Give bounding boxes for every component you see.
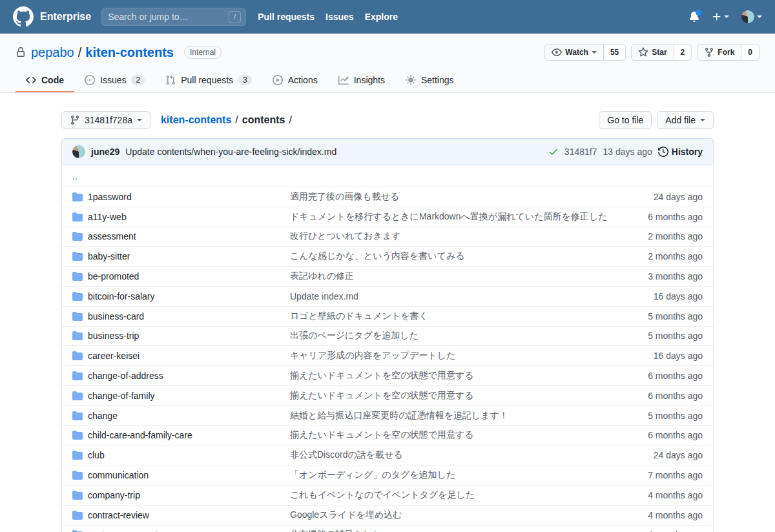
repo-name-link[interactable]: kiten-contents	[85, 45, 174, 60]
row-commit-time: 4 months ago	[619, 529, 703, 532]
table-row[interactable]: customer-support 共有機能の補足をした 4 months ago	[62, 526, 713, 532]
tab-actions[interactable]: Actions	[262, 68, 328, 92]
table-row[interactable]: company-trip これもイベントなのでイベントタグを足した 4 mont…	[62, 486, 713, 506]
repo-pagehead: pepabo / kiten-contents Internal Watch 5…	[0, 34, 775, 93]
parent-directory-row[interactable]: ..	[62, 165, 713, 187]
history-button[interactable]: History	[658, 147, 703, 157]
row-commit-message-link[interactable]: キャリア形成の内容をアップデートした	[290, 350, 614, 362]
file-name-link[interactable]: business-card	[88, 311, 285, 322]
folder-icon	[72, 529, 83, 532]
commit-author-link[interactable]: june29	[91, 147, 119, 157]
table-row[interactable]: change-of-address 揃えたいドキュメントを空の状態で用意する 6…	[62, 366, 713, 386]
notifications-bell-icon[interactable]	[689, 12, 699, 22]
row-commit-message-link[interactable]: こんな感じかな、という内容を書いてみる	[290, 251, 614, 262]
file-name-link[interactable]: change-of-address	[88, 371, 285, 381]
star-button[interactable]: Star 2	[631, 44, 692, 61]
folder-icon	[72, 271, 83, 281]
file-name-link[interactable]: business-trip	[88, 331, 285, 341]
tab-insights[interactable]: Insights	[328, 68, 395, 92]
check-icon[interactable]	[548, 147, 559, 157]
table-row[interactable]: club 非公式Discordの話を載せる 24 days ago	[62, 445, 713, 466]
table-row[interactable]: communication 「オンボーディング」のタグを追加した 7 month…	[62, 466, 713, 486]
table-row[interactable]: baby-sitter こんな感じかな、という内容を書いてみる 2 months…	[62, 247, 713, 267]
row-commit-message-link[interactable]: 共有機能の補足をした	[290, 529, 614, 532]
table-row[interactable]: business-trip 出張のページにタグを追加した 5 months ag…	[62, 327, 713, 347]
row-commit-message-link[interactable]: Update index.md	[290, 291, 614, 302]
table-row[interactable]: be-promoted 表記ゆれの修正 3 months ago	[62, 267, 713, 287]
row-commit-message-link[interactable]: 改行ひとついれておきます	[290, 230, 614, 242]
file-name-link[interactable]: customer-support	[88, 529, 285, 532]
file-name-link[interactable]: child-care-and-family-care	[88, 430, 285, 440]
repo-owner-link[interactable]: pepabo	[31, 45, 74, 60]
create-new-menu[interactable]	[712, 12, 729, 22]
row-commit-message-link[interactable]: ロゴと壁紙のドキュメントを書く	[290, 311, 614, 322]
row-commit-message-link[interactable]: 揃えたいドキュメントを空の状態で用意する	[290, 429, 614, 441]
fork-button[interactable]: Fork 0	[697, 44, 760, 61]
user-menu[interactable]	[741, 10, 762, 23]
chevron-down-icon	[592, 51, 597, 54]
table-row[interactable]: 1password 適用完了後の画像も載せる 24 days ago	[62, 187, 713, 207]
file-name-link[interactable]: communication	[88, 470, 285, 480]
table-row[interactable]: business-card ロゴと壁紙のドキュメントを書く 5 months a…	[62, 307, 713, 327]
row-commit-message-link[interactable]: 非公式Discordの話を載せる	[290, 449, 614, 461]
file-name-link[interactable]: company-trip	[88, 490, 285, 500]
file-name-link[interactable]: change-of-family	[88, 391, 285, 401]
nav-issues[interactable]: Issues	[326, 12, 354, 22]
folder-icon	[72, 411, 83, 421]
tab-counter: 3	[238, 75, 252, 85]
row-commit-message-link[interactable]: Googleスライドを埋め込む	[290, 509, 614, 521]
file-name-link[interactable]: change	[88, 411, 285, 421]
tab-settings[interactable]: Settings	[395, 68, 464, 92]
file-name-link[interactable]: club	[88, 450, 285, 460]
table-row[interactable]: change-of-family 揃えたいドキュメントを空の状態で用意する 6 …	[62, 386, 713, 406]
row-commit-time: 5 months ago	[619, 331, 703, 341]
row-commit-message-link[interactable]: 結婚と給与振込口座変更時の証憑情報を追記します！	[290, 410, 614, 422]
github-logo-icon[interactable]	[13, 6, 34, 27]
tab-code[interactable]: Code	[16, 68, 74, 92]
table-row[interactable]: contract-review Googleスライドを埋め込む 4 months…	[62, 506, 713, 526]
row-commit-time: 16 days ago	[619, 351, 703, 361]
file-name-link[interactable]: career-keisei	[88, 351, 285, 361]
add-file-button[interactable]: Add file	[657, 111, 714, 129]
row-commit-message-link[interactable]: 「オンボーディング」のタグを追加した	[290, 469, 614, 481]
row-commit-message-link[interactable]: ドキュメントを移行するときにMarkdownへ置換が漏れていた箇所を修正した	[290, 211, 614, 223]
file-name-link[interactable]: assessment	[88, 231, 285, 241]
parent-directory-link[interactable]: ..	[72, 171, 78, 181]
file-name-link[interactable]: 1password	[88, 192, 285, 202]
nav-explore[interactable]: Explore	[365, 12, 398, 22]
row-commit-message-link[interactable]: 出張のページにタグを追加した	[290, 330, 614, 342]
commit-author-avatar[interactable]	[72, 145, 85, 158]
row-commit-message-link[interactable]: 表記ゆれの修正	[290, 271, 614, 282]
nav-pull-requests[interactable]: Pull requests	[258, 12, 315, 22]
file-name-link[interactable]: contract-review	[88, 510, 285, 520]
slash-key-hint: /	[229, 11, 241, 23]
file-name-link[interactable]: a11y-web	[88, 212, 285, 222]
star-count[interactable]: 2	[674, 44, 692, 61]
table-row[interactable]: change 結婚と給与振込口座変更時の証憑情報を追記します！ 5 months…	[62, 406, 713, 426]
search-input[interactable]	[107, 11, 225, 23]
watch-button[interactable]: Watch 55	[544, 44, 626, 61]
watch-count[interactable]: 55	[604, 44, 626, 61]
branch-selector-button[interactable]: 31481f728a	[61, 111, 150, 129]
file-name-link[interactable]: be-promoted	[88, 271, 285, 281]
table-row[interactable]: bitcoin-for-salary Update index.md 16 da…	[62, 287, 713, 307]
fork-count[interactable]: 0	[741, 44, 760, 61]
commit-sha-link[interactable]: 31481f7	[564, 147, 597, 157]
commit-message-link[interactable]: Update contents/when-you-are-feeling-sic…	[125, 147, 336, 157]
file-name-link[interactable]: baby-sitter	[88, 251, 285, 261]
go-to-file-button[interactable]: Go to file	[599, 111, 652, 129]
row-commit-time: 6 months ago	[619, 430, 703, 440]
table-row[interactable]: assessment 改行ひとついれておきます 2 months ago	[62, 227, 713, 247]
table-row[interactable]: a11y-web ドキュメントを移行するときにMarkdownへ置換が漏れていた…	[62, 207, 713, 227]
tab-pull-requests[interactable]: Pull requests 3	[155, 68, 262, 92]
breadcrumb-repo-link[interactable]: kiten-contents	[161, 114, 231, 126]
row-commit-message-link[interactable]: 適用完了後の画像も載せる	[290, 191, 614, 203]
tab-issues[interactable]: Issues 2	[74, 68, 155, 92]
file-name-link[interactable]: bitcoin-for-salary	[88, 291, 285, 302]
header-search[interactable]: /	[101, 8, 246, 26]
row-commit-message-link[interactable]: これもイベントなのでイベントタグを足した	[290, 489, 614, 501]
row-commit-message-link[interactable]: 揃えたいドキュメントを空の状態で用意する	[290, 370, 614, 382]
row-commit-message-link[interactable]: 揃えたいドキュメントを空の状態で用意する	[290, 390, 614, 402]
table-row[interactable]: child-care-and-family-care 揃えたいドキュメントを空の…	[62, 426, 713, 446]
table-row[interactable]: career-keisei キャリア形成の内容をアップデートした 16 days…	[62, 346, 713, 366]
